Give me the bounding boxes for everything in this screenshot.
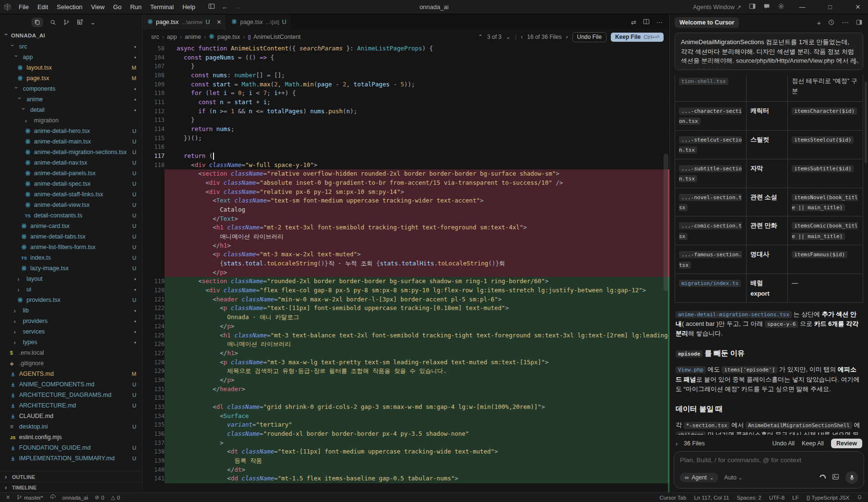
more-options-icon[interactable]: ⋯	[842, 18, 849, 27]
code-text[interactable]: <dl className="grid shrink-0 grid-cols-2…	[165, 403, 669, 412]
code-text[interactable]: <dd className="mt-1.5 flex items-baselin…	[165, 474, 669, 483]
tree-item[interactable]: page.tsxM	[0, 73, 142, 84]
code-text[interactable]: }	[165, 62, 669, 71]
code-text[interactable]	[165, 143, 669, 152]
tree-item[interactable]: anime-detail-staff-links.tsxU	[0, 189, 142, 200]
tree-item[interactable]: TSindex.tsU	[0, 252, 142, 263]
tree-item[interactable]: anime-detail-nav.tsxU	[0, 157, 142, 168]
close-button[interactable]: ✕	[848, 0, 868, 14]
tree-item[interactable]: ›services●	[0, 326, 142, 337]
timeline-section[interactable]: ›TIMELINE	[0, 482, 142, 492]
status-item-utf-8[interactable]: UTF-8	[769, 495, 785, 501]
extensions-icon[interactable]	[77, 19, 83, 25]
code-text[interactable]: }	[165, 116, 669, 125]
status-item-onnada-ai[interactable]: onnada_ai	[62, 495, 88, 501]
tab-close-icon[interactable]: ✕	[216, 19, 221, 25]
chevron-down-icon[interactable]: ⌄	[90, 19, 95, 26]
tree-item[interactable]: ›src●	[0, 41, 142, 52]
files-count[interactable]: 36 Files	[684, 440, 705, 447]
voice-input-button[interactable]	[845, 471, 858, 484]
tree-item[interactable]: ›anime●	[0, 94, 142, 105]
source-control-icon[interactable]	[63, 19, 70, 25]
code-text[interactable]: 애니메이션 라이브러리	[165, 232, 669, 241]
tree-item[interactable]: anime-list-filters-form.tsxU	[0, 242, 142, 252]
agents-window-link[interactable]: Agents Window ↗	[693, 3, 741, 11]
tree-item[interactable]: ›lib●	[0, 305, 142, 316]
code-text[interactable]: </p>	[165, 376, 669, 385]
code-text[interactable]: </p>	[165, 268, 669, 277]
chat-scroll-area[interactable]: AnimeDetailMigrationSections 컴포넌트를 1개로 만…	[670, 31, 868, 435]
minimize-button[interactable]: —	[792, 0, 812, 14]
code-text[interactable]: <p className="mt-3 max-w-2xl text-muted"…	[165, 250, 669, 259]
code-text[interactable]: <dt className="text-[11px] font-medium u…	[165, 447, 669, 456]
tree-item[interactable]: providers.tsxU	[0, 295, 142, 305]
code-text[interactable]: </h1>	[165, 349, 669, 358]
code-text[interactable]: <h1 className="mt-2 text-3xl font-semibo…	[165, 223, 669, 232]
code-text[interactable]: const nums: number[] = [];	[165, 71, 669, 80]
attach-image-icon[interactable]	[832, 473, 839, 482]
editor-tab[interactable]: page.tsx...\[id]U	[226, 14, 291, 30]
code-text[interactable]: for (let i = 0; i < 7; i++) {	[165, 89, 669, 98]
code-text[interactable]: </Text>	[165, 215, 669, 224]
prev-file-icon[interactable]: ‹	[521, 34, 523, 40]
tree-item[interactable]: AGENTS.mdM	[0, 369, 142, 379]
menu-terminal[interactable]: Terminal	[146, 3, 178, 11]
tree-item[interactable]: anime-detail-hero.tsxU	[0, 126, 142, 136]
search-icon[interactable]	[50, 19, 56, 25]
menu-selection[interactable]: Selection	[52, 3, 86, 11]
tree-item[interactable]: layout.tsxM	[0, 62, 142, 73]
tree-item[interactable]: JSeslint.config.mjs	[0, 432, 142, 442]
breadcrumb-folder[interactable]: app	[167, 34, 177, 40]
panel-right-icon[interactable]	[856, 19, 862, 27]
code-text[interactable]: async function AnimeListContent({ search…	[165, 44, 669, 53]
outline-section[interactable]: ›OUTLINE	[0, 471, 142, 482]
code-text[interactable]: const pageNums = (() => {	[165, 53, 669, 62]
undo-all-button[interactable]: Undo All	[772, 440, 795, 447]
tree-item[interactable]: ›layout●	[0, 274, 142, 284]
prev-diff-icon[interactable]: ⌃	[478, 34, 483, 40]
review-button[interactable]: Review	[831, 439, 862, 448]
breadcrumb-folder[interactable]: src	[151, 34, 159, 40]
tree-item[interactable]: $.env.local	[0, 347, 142, 358]
tree-item[interactable]: ›migration	[0, 115, 142, 126]
menu-view[interactable]: View	[87, 3, 109, 11]
panel-scrollbar[interactable]	[865, 82, 867, 163]
menu-go[interactable]: Go	[109, 3, 126, 11]
gear-icon[interactable]	[778, 3, 785, 11]
tree-item[interactable]: ›app●	[0, 52, 142, 62]
tree-item[interactable]: TSdetail-constants.tsU	[0, 210, 142, 221]
menu-file[interactable]: File	[14, 3, 33, 11]
status-item-0[interactable]: △0	[111, 494, 120, 501]
tree-item[interactable]: ›providers●	[0, 316, 142, 326]
code-text[interactable]: return nums;	[165, 125, 669, 134]
code-text[interactable]: <header className="min-w-0 max-w-2xl bor…	[165, 295, 669, 304]
code-text[interactable]: <Text className="text-sm font-medium upp…	[165, 196, 669, 205]
code-text[interactable]: return (	[165, 152, 669, 161]
nav-forward-icon[interactable]: →	[235, 3, 241, 11]
explorer-icon[interactable]	[32, 18, 43, 27]
chat-input[interactable]: Plan, Build, / for commands, @ for conte…	[674, 451, 864, 489]
tree-item[interactable]: ANIME_COMPONENTS.mdU	[0, 379, 142, 390]
menu-edit[interactable]: Edit	[33, 3, 52, 11]
compare-changes-icon[interactable]: ⇄	[631, 19, 636, 26]
code-text[interactable]: <Surface	[165, 412, 669, 421]
status-item[interactable]: ✕	[6, 494, 10, 501]
tree-item[interactable]: ◆.gitignore	[0, 358, 142, 369]
editor-tab[interactable]: page.tsx...\animeU✕	[143, 14, 226, 30]
code-text[interactable]: <div className="flex flex-col gap-8 px-5…	[165, 286, 669, 295]
code-text[interactable]: <h1 className="mt-3 text-balance text-2x…	[165, 331, 669, 340]
nav-back-icon[interactable]: ←	[222, 3, 228, 11]
code-text[interactable]: </dt>	[165, 466, 669, 475]
tree-item[interactable]: anime-detail-migration-sections.tsxU	[0, 147, 142, 157]
status-item[interactable]	[857, 494, 862, 501]
layout-panel-icon[interactable]	[208, 3, 215, 11]
code-text[interactable]: <div className="w-full space-y-10">	[165, 161, 669, 170]
model-dropdown[interactable]: Auto ⌄	[724, 474, 742, 481]
code-text[interactable]: className="rounded-xl border border-bord…	[165, 430, 669, 439]
files-chevron-icon[interactable]: ›	[676, 441, 680, 447]
tree-item[interactable]: FOUNDATION_GUIDE.mdU	[0, 442, 142, 453]
code-text[interactable]: <section className="rounded-2xl border b…	[165, 277, 669, 286]
code-text[interactable]: Catalog	[165, 205, 669, 215]
code-text[interactable]: 제목으로 검색하고 유형·등급·장르 필터를 조합해 작품을 찾을 수 있습니다…	[165, 367, 669, 376]
status-item-0[interactable]: ⊘0	[95, 494, 105, 501]
